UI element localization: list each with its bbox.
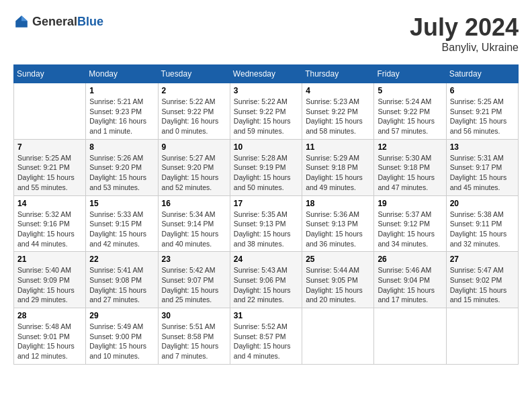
- day-number: 5: [378, 86, 442, 95]
- calendar-cell: 29Sunrise: 5:49 AMSunset: 9:00 PMDayligh…: [86, 308, 158, 365]
- calendar-cell: 24Sunrise: 5:43 AMSunset: 9:06 PMDayligh…: [230, 252, 302, 308]
- calendar-cell: 13Sunrise: 5:31 AMSunset: 9:17 PMDayligh…: [446, 139, 518, 195]
- calendar-cell: 2Sunrise: 5:22 AMSunset: 9:22 PMDaylight…: [158, 83, 230, 140]
- day-info: Sunrise: 5:52 AMSunset: 8:57 PMDaylight:…: [234, 322, 298, 361]
- calendar-cell: 16Sunrise: 5:34 AMSunset: 9:14 PMDayligh…: [158, 195, 230, 252]
- calendar-header: SundayMondayTuesdayWednesdayThursdayFrid…: [14, 65, 519, 83]
- day-number: 21: [17, 255, 82, 264]
- logo-icon: [13, 13, 30, 30]
- calendar-cell: 22Sunrise: 5:41 AMSunset: 9:08 PMDayligh…: [86, 252, 158, 308]
- day-number: 22: [89, 255, 154, 264]
- day-info: Sunrise: 5:46 AMSunset: 9:04 PMDaylight:…: [378, 265, 442, 305]
- calendar-body: 1Sunrise: 5:21 AMSunset: 9:23 PMDaylight…: [14, 83, 519, 365]
- calendar-week-row: 21Sunrise: 5:40 AMSunset: 9:09 PMDayligh…: [14, 252, 519, 308]
- logo-general-text: General: [32, 15, 77, 28]
- calendar-cell: 25Sunrise: 5:44 AMSunset: 9:05 PMDayligh…: [302, 252, 374, 308]
- calendar-cell: 10Sunrise: 5:28 AMSunset: 9:19 PMDayligh…: [230, 139, 302, 195]
- day-info: Sunrise: 5:38 AMSunset: 9:11 PMDaylight:…: [450, 210, 515, 249]
- calendar-cell: 30Sunrise: 5:51 AMSunset: 8:58 PMDayligh…: [158, 308, 230, 365]
- calendar-cell: 19Sunrise: 5:37 AMSunset: 9:12 PMDayligh…: [374, 195, 446, 252]
- calendar-cell: 14Sunrise: 5:32 AMSunset: 9:16 PMDayligh…: [14, 195, 86, 252]
- calendar-week-row: 1Sunrise: 5:21 AMSunset: 9:23 PMDaylight…: [14, 83, 519, 140]
- day-info: Sunrise: 5:41 AMSunset: 9:08 PMDaylight:…: [89, 265, 154, 305]
- day-number: 12: [378, 142, 442, 152]
- calendar-cell: 20Sunrise: 5:38 AMSunset: 9:11 PMDayligh…: [446, 195, 518, 252]
- day-number: 25: [306, 255, 370, 264]
- day-number: 18: [306, 199, 370, 208]
- day-number: 10: [234, 142, 298, 152]
- day-number: 28: [17, 311, 82, 320]
- day-number: 23: [162, 255, 226, 264]
- day-info: Sunrise: 5:31 AMSunset: 9:17 PMDaylight:…: [450, 153, 515, 193]
- calendar-cell: 26Sunrise: 5:46 AMSunset: 9:04 PMDayligh…: [374, 252, 446, 308]
- day-info: Sunrise: 5:51 AMSunset: 8:58 PMDaylight:…: [162, 322, 226, 361]
- calendar-cell: 6Sunrise: 5:25 AMSunset: 9:21 PMDaylight…: [446, 83, 518, 140]
- svg-marker-1: [21, 15, 28, 21]
- day-info: Sunrise: 5:44 AMSunset: 9:05 PMDaylight:…: [306, 265, 370, 305]
- day-number: 15: [89, 199, 154, 208]
- calendar-cell: 7Sunrise: 5:25 AMSunset: 9:21 PMDaylight…: [14, 139, 86, 195]
- weekday-header-saturday: Saturday: [446, 65, 518, 83]
- day-number: 9: [162, 142, 226, 152]
- calendar-location: Banyliv, Ukraine: [410, 42, 519, 54]
- weekday-header-row: SundayMondayTuesdayWednesdayThursdayFrid…: [14, 65, 519, 83]
- day-info: Sunrise: 5:26 AMSunset: 9:20 PMDaylight:…: [89, 153, 154, 193]
- day-info: Sunrise: 5:33 AMSunset: 9:15 PMDaylight:…: [89, 210, 154, 249]
- day-info: Sunrise: 5:42 AMSunset: 9:07 PMDaylight:…: [162, 265, 226, 305]
- calendar-cell: [302, 308, 374, 365]
- day-number: 3: [234, 86, 298, 95]
- day-number: 13: [450, 142, 515, 152]
- calendar-cell: 8Sunrise: 5:26 AMSunset: 9:20 PMDaylight…: [86, 139, 158, 195]
- calendar-table: SundayMondayTuesdayWednesdayThursdayFrid…: [13, 64, 519, 365]
- day-info: Sunrise: 5:40 AMSunset: 9:09 PMDaylight:…: [17, 265, 82, 305]
- day-number: 16: [162, 199, 226, 208]
- calendar-cell: [446, 308, 518, 365]
- day-number: 1: [89, 86, 154, 95]
- day-number: 14: [17, 199, 82, 208]
- calendar-cell: 27Sunrise: 5:47 AMSunset: 9:02 PMDayligh…: [446, 252, 518, 308]
- calendar-cell: 31Sunrise: 5:52 AMSunset: 8:57 PMDayligh…: [230, 308, 302, 365]
- day-number: 19: [378, 199, 442, 208]
- weekday-header-thursday: Thursday: [302, 65, 374, 83]
- weekday-header-wednesday: Wednesday: [230, 65, 302, 83]
- logo-blue-text: Blue: [77, 15, 103, 28]
- page-header: GeneralBlue July 2024 Banyliv, Ukraine: [13, 13, 519, 54]
- weekday-header-tuesday: Tuesday: [158, 65, 230, 83]
- day-info: Sunrise: 5:28 AMSunset: 9:19 PMDaylight:…: [234, 153, 298, 193]
- day-number: 24: [234, 255, 298, 264]
- day-info: Sunrise: 5:36 AMSunset: 9:13 PMDaylight:…: [306, 210, 370, 249]
- calendar-week-row: 14Sunrise: 5:32 AMSunset: 9:16 PMDayligh…: [14, 195, 519, 252]
- calendar-cell: 1Sunrise: 5:21 AMSunset: 9:23 PMDaylight…: [86, 83, 158, 140]
- weekday-header-friday: Friday: [374, 65, 446, 83]
- day-info: Sunrise: 5:49 AMSunset: 9:00 PMDaylight:…: [89, 322, 154, 361]
- day-info: Sunrise: 5:22 AMSunset: 9:22 PMDaylight:…: [162, 97, 226, 136]
- day-info: Sunrise: 5:35 AMSunset: 9:13 PMDaylight:…: [234, 210, 298, 249]
- day-number: 2: [162, 86, 226, 95]
- calendar-cell: 23Sunrise: 5:42 AMSunset: 9:07 PMDayligh…: [158, 252, 230, 308]
- day-info: Sunrise: 5:29 AMSunset: 9:18 PMDaylight:…: [306, 153, 370, 193]
- calendar-cell: 9Sunrise: 5:27 AMSunset: 9:20 PMDaylight…: [158, 139, 230, 195]
- day-info: Sunrise: 5:48 AMSunset: 9:01 PMDaylight:…: [17, 322, 82, 361]
- calendar-cell: [14, 83, 86, 140]
- day-info: Sunrise: 5:34 AMSunset: 9:14 PMDaylight:…: [162, 210, 226, 249]
- calendar-week-row: 7Sunrise: 5:25 AMSunset: 9:21 PMDaylight…: [14, 139, 519, 195]
- day-info: Sunrise: 5:22 AMSunset: 9:22 PMDaylight:…: [234, 97, 298, 136]
- calendar-cell: 3Sunrise: 5:22 AMSunset: 9:22 PMDaylight…: [230, 83, 302, 140]
- calendar-title: July 2024: [410, 13, 519, 42]
- calendar-cell: 11Sunrise: 5:29 AMSunset: 9:18 PMDayligh…: [302, 139, 374, 195]
- day-number: 27: [450, 255, 515, 264]
- title-block: July 2024 Banyliv, Ukraine: [410, 13, 519, 54]
- day-number: 20: [450, 199, 515, 208]
- day-info: Sunrise: 5:21 AMSunset: 9:23 PMDaylight:…: [89, 97, 154, 136]
- calendar-cell: [374, 308, 446, 365]
- day-info: Sunrise: 5:27 AMSunset: 9:20 PMDaylight:…: [162, 153, 226, 193]
- day-number: 7: [17, 142, 82, 152]
- day-number: 17: [234, 199, 298, 208]
- day-info: Sunrise: 5:25 AMSunset: 9:21 PMDaylight:…: [17, 153, 82, 193]
- day-info: Sunrise: 5:47 AMSunset: 9:02 PMDaylight:…: [450, 265, 515, 305]
- calendar-cell: 5Sunrise: 5:24 AMSunset: 9:22 PMDaylight…: [374, 83, 446, 140]
- day-info: Sunrise: 5:25 AMSunset: 9:21 PMDaylight:…: [450, 97, 515, 136]
- day-info: Sunrise: 5:37 AMSunset: 9:12 PMDaylight:…: [378, 210, 442, 249]
- day-number: 30: [162, 311, 226, 320]
- day-info: Sunrise: 5:43 AMSunset: 9:06 PMDaylight:…: [234, 265, 298, 305]
